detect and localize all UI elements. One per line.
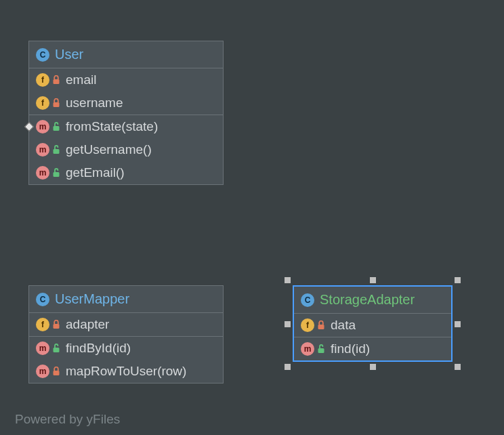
- field-name: adapter: [66, 317, 109, 332]
- svg-rect-3: [54, 149, 60, 154]
- selection-handle[interactable]: [370, 277, 376, 283]
- svg-rect-9: [318, 348, 324, 353]
- method-icon: m: [301, 342, 314, 356]
- private-icon: [52, 98, 60, 108]
- method-row[interactable]: mfindById(id): [29, 336, 223, 360]
- private-icon: [52, 75, 60, 85]
- selection-handle[interactable]: [455, 321, 461, 327]
- svg-rect-7: [54, 371, 60, 375]
- method-name: find(id): [331, 341, 370, 356]
- class-header[interactable]: CStorageAdapter: [294, 287, 451, 314]
- method-icon: m: [36, 365, 49, 378]
- method-icon: m: [36, 143, 49, 157]
- field-name: data: [331, 318, 356, 333]
- method-row[interactable]: mgetEmail(): [29, 161, 223, 184]
- field-row[interactable]: fdata: [294, 314, 451, 337]
- selection-handle[interactable]: [285, 321, 291, 327]
- field-icon: f: [36, 73, 49, 87]
- svg-rect-4: [54, 172, 60, 177]
- svg-rect-0: [54, 79, 60, 84]
- class-box-usermapper[interactable]: CUserMapperfadaptermfindById(id)mmapRowT…: [28, 285, 224, 384]
- field-icon: f: [36, 96, 49, 110]
- svg-rect-1: [54, 102, 60, 107]
- method-icon: m: [36, 166, 49, 180]
- method-row[interactable]: mmapRowToUser(row): [29, 360, 223, 383]
- method-icon: m: [36, 341, 49, 355]
- field-row[interactable]: fadapter: [29, 313, 223, 336]
- method-name: getEmail(): [66, 165, 125, 180]
- field-icon: f: [301, 318, 314, 332]
- class-header[interactable]: CUserMapper: [29, 286, 223, 313]
- method-row[interactable]: mgetUsername(): [29, 138, 223, 161]
- method-row[interactable]: mfromState(state): [29, 115, 223, 138]
- private-icon: [52, 320, 60, 329]
- selection-handle[interactable]: [455, 277, 461, 283]
- public-icon: [52, 168, 60, 178]
- class-name: UserMapper: [55, 291, 129, 307]
- private-icon: [317, 320, 325, 330]
- svg-rect-2: [54, 126, 60, 131]
- field-row[interactable]: femail: [29, 68, 223, 91]
- class-box-storageadapter[interactable]: CStorageAdapterfdatamfind(id): [293, 285, 453, 362]
- watermark: Powered by yFiles: [15, 412, 120, 427]
- method-name: findById(id): [66, 341, 131, 356]
- class-icon: C: [36, 293, 49, 306]
- public-icon: [52, 145, 60, 154]
- field-name: email: [66, 72, 96, 87]
- selection-handle[interactable]: [455, 364, 461, 370]
- method-name: fromState(state): [66, 119, 158, 134]
- selection-handle[interactable]: [285, 277, 291, 283]
- class-name: User: [55, 47, 83, 62]
- field-row[interactable]: fusername: [29, 91, 223, 115]
- selection-handle[interactable]: [285, 364, 291, 370]
- selection-handle[interactable]: [370, 364, 376, 370]
- public-icon: [317, 344, 325, 354]
- svg-rect-5: [54, 324, 60, 329]
- method-icon: m: [36, 120, 49, 133]
- static-marker-icon: [24, 122, 34, 131]
- svg-rect-6: [54, 348, 60, 352]
- class-icon: C: [36, 48, 49, 62]
- class-box-user[interactable]: CUserfemailfusernamemfromState(state)mge…: [28, 41, 224, 185]
- class-header[interactable]: CUser: [29, 41, 223, 68]
- method-row[interactable]: mfind(id): [294, 337, 451, 360]
- field-icon: f: [36, 318, 49, 331]
- public-icon: [52, 344, 60, 353]
- private-icon: [52, 367, 60, 376]
- method-name: getUsername(): [66, 142, 152, 157]
- method-name: mapRowToUser(row): [66, 364, 186, 379]
- field-name: username: [66, 96, 123, 110]
- public-icon: [52, 122, 60, 131]
- class-icon: C: [301, 293, 314, 307]
- class-name: StorageAdapter: [320, 292, 415, 308]
- svg-rect-8: [318, 325, 324, 329]
